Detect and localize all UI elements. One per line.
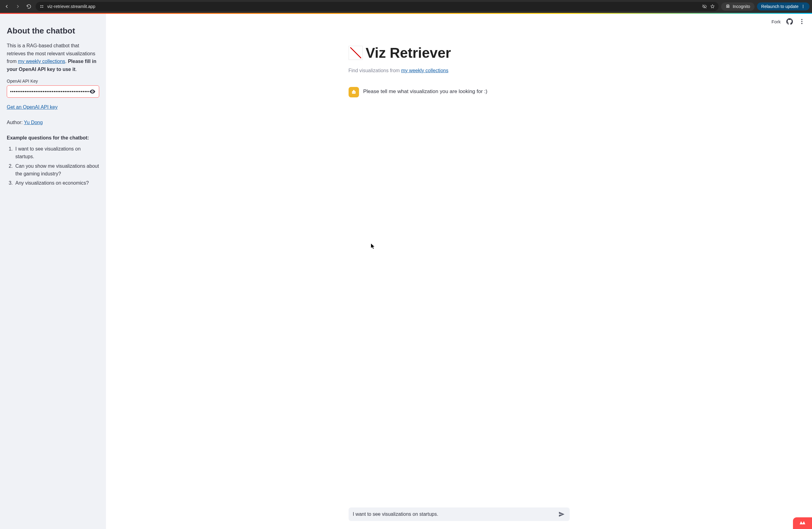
subtitle: Find visualizations from my weekly colle… xyxy=(349,68,570,73)
content-column: Viz Retriever Find visualizations from m… xyxy=(349,14,570,97)
sidebar: About the chatbot This is a RAG-based ch… xyxy=(0,14,106,529)
chat-input xyxy=(349,507,570,521)
api-key-label: OpenAI API Key xyxy=(7,78,99,84)
forward-button[interactable] xyxy=(14,2,22,11)
get-api-key-link[interactable]: Get an OpenAI API key xyxy=(7,104,57,110)
svg-point-8 xyxy=(803,8,803,8)
back-button[interactable] xyxy=(2,2,11,11)
fork-link[interactable]: Fork xyxy=(771,19,781,24)
address-bar[interactable]: viz-retriever.streamlit.app xyxy=(35,2,719,11)
svg-point-6 xyxy=(803,5,803,5)
author-label: Author: xyxy=(7,120,24,125)
example-item: I want to see visualizations on startups… xyxy=(14,145,99,161)
svg-point-3 xyxy=(42,7,43,8)
title-row: Viz Retriever xyxy=(349,45,570,61)
incognito-indicator: Incognito xyxy=(721,2,755,11)
svg-point-15 xyxy=(354,92,355,93)
subtitle-link[interactable]: my weekly collections xyxy=(401,68,448,73)
chat-text-input[interactable] xyxy=(353,512,558,517)
app-root: About the chatbot This is a RAG-based ch… xyxy=(0,14,812,529)
svg-point-11 xyxy=(801,23,802,24)
page-title: Viz Retriever xyxy=(366,45,451,61)
site-settings-icon[interactable] xyxy=(39,4,44,9)
github-icon[interactable] xyxy=(786,18,793,25)
example-item: Can you show me visualizations about the… xyxy=(14,162,99,178)
reveal-password-icon[interactable] xyxy=(89,88,96,95)
star-icon[interactable] xyxy=(710,4,715,9)
examples-list: I want to see visualizations on startups… xyxy=(7,145,99,187)
api-key-input[interactable] xyxy=(10,89,89,94)
sidebar-intro: This is a RAG-based chatbot that retriev… xyxy=(7,42,99,73)
svg-point-5 xyxy=(728,6,729,8)
main-panel: Fork Viz Retriever Find visualizations f… xyxy=(106,14,812,529)
chart-increasing-icon xyxy=(349,46,363,60)
reload-button[interactable] xyxy=(25,2,33,11)
mouse-cursor-icon xyxy=(371,244,375,249)
relaunch-label: Relaunch to update xyxy=(761,4,798,9)
svg-point-1 xyxy=(42,5,43,6)
svg-point-14 xyxy=(352,92,353,93)
author-link[interactable]: Yu Dong xyxy=(24,120,43,125)
example-item: Any visualizations on economics? xyxy=(14,180,99,187)
app-topbar: Fork xyxy=(771,18,805,25)
svg-point-9 xyxy=(801,19,802,20)
chat-input-wrap xyxy=(106,507,812,521)
intro-end: . xyxy=(75,67,76,72)
examples-heading: Example questions for the chatbot: xyxy=(7,134,99,142)
bot-message-row: Please tell me what visualization you ar… xyxy=(349,87,570,97)
browser-chrome: viz-retriever.streamlit.app Incognito Re… xyxy=(0,0,812,13)
streamlit-badge[interactable] xyxy=(793,517,812,529)
svg-point-0 xyxy=(41,5,41,6)
bot-message-text: Please tell me what visualization you ar… xyxy=(363,87,488,95)
author-line: Author: Yu Dong xyxy=(7,118,99,127)
svg-point-2 xyxy=(41,7,41,8)
bot-avatar-icon xyxy=(349,87,359,97)
svg-point-7 xyxy=(803,6,803,7)
sidebar-heading: About the chatbot xyxy=(7,26,99,35)
api-key-input-wrap xyxy=(7,85,99,98)
svg-rect-13 xyxy=(353,90,354,91)
svg-rect-12 xyxy=(352,91,356,94)
relaunch-button[interactable]: Relaunch to update xyxy=(757,2,810,11)
incognito-icon xyxy=(725,4,730,10)
intro-post: . xyxy=(65,59,68,64)
svg-point-10 xyxy=(801,21,802,22)
send-icon[interactable] xyxy=(558,511,565,518)
incognito-label: Incognito xyxy=(733,4,750,9)
collections-link[interactable]: my weekly collections xyxy=(18,59,65,64)
url-text: viz-retriever.streamlit.app xyxy=(47,4,699,9)
subtitle-pre: Find visualizations from xyxy=(349,68,401,73)
svg-point-4 xyxy=(726,6,727,8)
eye-off-icon[interactable] xyxy=(702,4,707,9)
kebab-menu-icon[interactable] xyxy=(798,18,805,25)
